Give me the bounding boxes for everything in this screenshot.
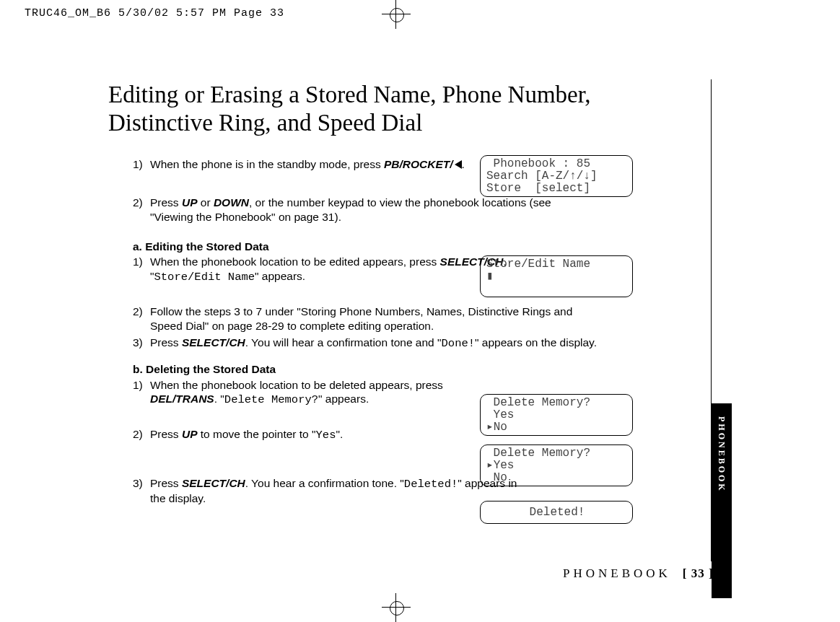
prepress-header: TRUC46_OM_B6 5/30/02 5:57 PM Page 33 (25, 7, 284, 19)
registration-mark-bottom (382, 593, 411, 622)
section-b-step-1: 1) When the phonebook location to be del… (133, 378, 729, 408)
section-b-step-3: 3) Press SELECT/CH. You hear a confirmat… (133, 476, 729, 506)
section-a-step-2: 2) Follow the steps 3 to 7 under "Storin… (133, 305, 729, 333)
text: . (462, 158, 465, 170)
key-down: DOWN (214, 196, 249, 209)
text: When the phone is in the standby mode, p… (150, 158, 384, 170)
key-pb-rocket: PB/ROCKET/ (384, 158, 453, 170)
text: When the phonebook location to be edited… (150, 255, 440, 268)
text: Press (150, 196, 182, 209)
lcd-deleted: Deleted! (480, 501, 633, 524)
text: Press (150, 428, 182, 440)
text: to move the pointer to " (197, 428, 315, 440)
section-a-step-3: 3) Press SELECT/CH. You will hear a conf… (133, 336, 729, 351)
text: . You will hear a confirmation tone and … (245, 336, 442, 349)
footer-page-number: [ 33 ] (683, 566, 714, 580)
key-del-trans: DEL/TRANS (150, 393, 214, 405)
lcd-text-inline: Done! (442, 337, 476, 350)
text: or (197, 196, 213, 209)
lcd-text-inline: Deleted! (404, 478, 458, 491)
text: When the phonebook location to be delete… (150, 379, 443, 391)
text: " appears. (255, 270, 305, 282)
text: Follow the steps 3 to 7 under "Storing P… (150, 305, 572, 331)
page-content: Editing or Erasing a Stored Name, Phone … (108, 81, 729, 586)
lcd-phonebook: Phonebook : 85 Search [A-Z/↑/↓] Store [s… (480, 155, 633, 197)
lcd-text-inline: Delete Memory? (224, 393, 318, 406)
text: Press (150, 477, 182, 489)
footer: PHONEBOOK[ 33 ] (563, 566, 714, 581)
body-text: 1) When the phone is in the standby mode… (108, 157, 729, 506)
text: " appears on the display. (475, 336, 597, 349)
key-up: UP (182, 196, 198, 209)
section-a-head: a. Editing the Stored Data (133, 240, 729, 253)
footer-section: PHONEBOOK (563, 566, 671, 580)
registration-mark-top (382, 0, 411, 29)
text: Press (150, 336, 182, 349)
left-arrow-icon (455, 160, 462, 169)
text: . " (214, 393, 224, 405)
key-select-ch: SELECT/CH (182, 477, 245, 489)
intro-step-2: 2) Press UP or DOWN, or the number keypa… (133, 196, 729, 224)
lcd-delete-yes: Delete Memory? ▸Yes No (480, 444, 633, 486)
side-tab-label: PHONEBOOK (716, 416, 727, 493)
text: . You hear a confirmation tone. " (245, 477, 404, 489)
section-a-step-1: 1) When the phonebook location to be edi… (133, 255, 729, 284)
section-b-step-2: 2) Press UP to move the pointer to "Yes"… (133, 427, 729, 442)
intro-step-1: 1) When the phone is in the standby mode… (133, 157, 729, 171)
text: " appears. (318, 393, 369, 405)
side-tab: PHONEBOOK (712, 403, 732, 598)
lcd-delete-no: Delete Memory? Yes ▸No (480, 394, 633, 436)
key-up: UP (182, 428, 198, 440)
section-b-head: b. Deleting the Stored Data (133, 362, 729, 376)
key-select-ch: SELECT/CH (182, 336, 245, 349)
text: ". (336, 428, 343, 440)
lcd-store-edit: Store/Edit Name ▮ (480, 255, 633, 297)
lcd-text-inline: Yes (316, 429, 336, 442)
page-title: Editing or Erasing a Stored Name, Phone … (108, 81, 729, 137)
lcd-text-inline: Store/Edit Name (154, 271, 255, 284)
